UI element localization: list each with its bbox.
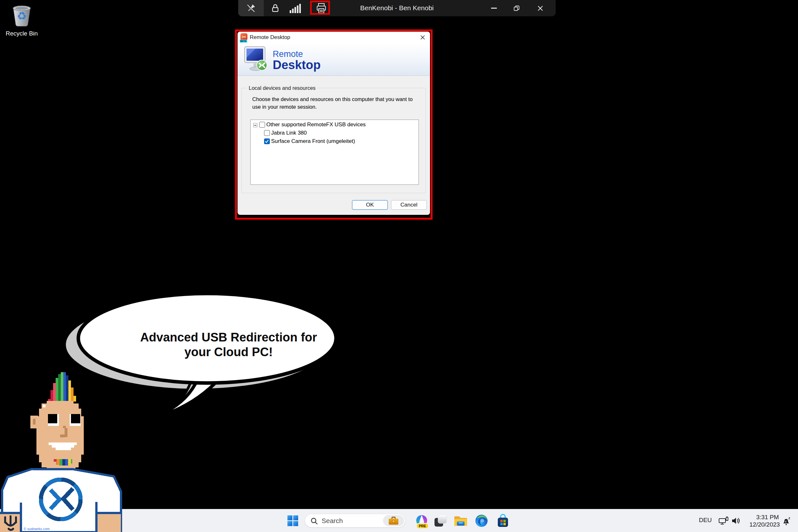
watermark: © sudowrks.com — [24, 527, 50, 531]
recycle-bin-icon: ♻ — [9, 2, 35, 28]
overlapping-windows-icon — [434, 514, 447, 528]
connection-bar-title: BenKenobi - Ben Kenobi — [238, 4, 556, 12]
speech-bubble-text: Advanced USB Redirection for your Cloud … — [133, 330, 324, 359]
edge-button[interactable] — [474, 514, 489, 528]
rdp-logo-on-shirt — [41, 479, 80, 519]
restore-icon — [513, 4, 520, 12]
rdp-connection-bar: BenKenobi - Ben Kenobi — [238, 0, 556, 16]
annotation-box-dialog — [235, 30, 433, 220]
volume-icon[interactable] — [732, 517, 741, 525]
file-explorer-icon — [454, 514, 468, 527]
minimize-button[interactable] — [487, 0, 501, 16]
language-indicator[interactable]: DEU — [699, 517, 712, 524]
recycle-bin-label: Recycle Bin — [4, 30, 39, 37]
speech-line2: your Cloud PC! — [133, 345, 324, 359]
restore-button[interactable] — [509, 0, 524, 16]
app-windows-button[interactable] — [434, 514, 448, 528]
copilot-pre-badge: PRE — [416, 523, 429, 529]
close-icon — [537, 5, 544, 12]
rainbow-mohawk — [48, 372, 76, 402]
annotation-box-printer-icon — [310, 1, 330, 15]
network-icon[interactable] — [719, 516, 729, 525]
microsoft-store-button[interactable] — [496, 514, 510, 528]
minimize-icon — [491, 8, 497, 8]
windows-logo-icon — [287, 515, 298, 526]
svg-text:z: z — [785, 520, 787, 523]
speech-line1: Advanced USB Redirection for — [133, 330, 324, 345]
punk-mascot-character — [0, 371, 125, 532]
desktop: ♻ Recycle Bin — [0, 0, 798, 532]
copilot-button[interactable]: PRE — [415, 514, 429, 528]
svg-text:z: z — [788, 516, 790, 520]
search-box[interactable]: Search — [305, 514, 405, 528]
work-account-badge[interactable] — [383, 515, 404, 526]
edge-icon — [475, 514, 488, 528]
svg-text:♻: ♻ — [17, 10, 26, 22]
microsoft-store-icon — [496, 514, 509, 528]
notification-bell-icon[interactable]: z z — [781, 516, 792, 527]
recycle-bin-shortcut[interactable]: ♻ Recycle Bin — [4, 2, 39, 37]
briefcase-icon — [388, 516, 399, 525]
clock[interactable]: 3:31 PM 12/20/2023 — [749, 513, 779, 528]
search-placeholder: Search — [322, 517, 343, 525]
close-button[interactable] — [533, 0, 548, 16]
search-icon — [310, 517, 318, 525]
file-explorer-button[interactable] — [454, 514, 468, 528]
start-button[interactable] — [286, 514, 300, 528]
tray-time: 3:31 PM — [749, 513, 779, 521]
tray-date: 12/20/2023 — [749, 521, 779, 528]
right-arm — [97, 514, 121, 532]
